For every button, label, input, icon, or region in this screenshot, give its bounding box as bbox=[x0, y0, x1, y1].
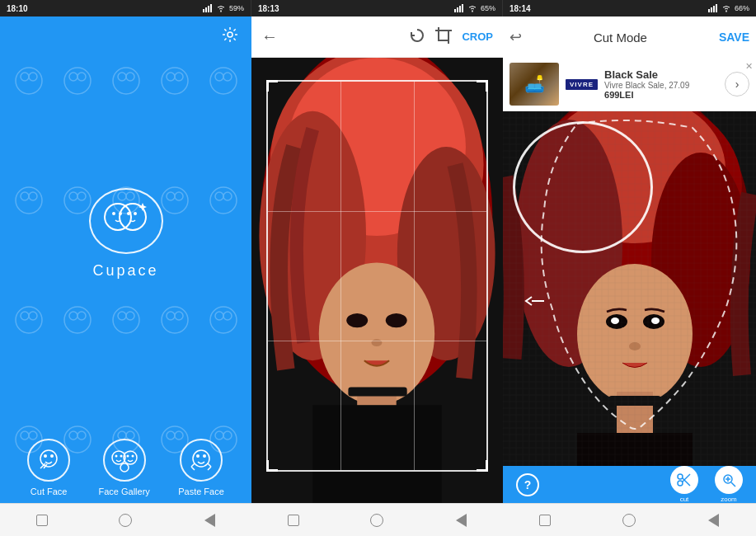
nav-square-icon-2 bbox=[288, 515, 299, 526]
svg-point-93 bbox=[203, 454, 206, 458]
ad-arrow-button[interactable]: › bbox=[725, 72, 749, 96]
face-gallery-action[interactable]: Face Gallery bbox=[98, 439, 149, 496]
ad-close-btn[interactable]: ✕ bbox=[745, 61, 753, 72]
undo-button[interactable]: ↩ bbox=[509, 28, 522, 46]
ad-text-content: Black Sale Vivre Black Sale, 27.09 699LE… bbox=[604, 68, 718, 100]
save-button[interactable]: SAVE bbox=[719, 31, 749, 44]
signal-icon-3 bbox=[708, 4, 718, 12]
ad-subtitle: Vivre Black Sale, 27.09 bbox=[604, 81, 718, 90]
nav-back-btn-2[interactable] bbox=[451, 510, 471, 530]
svg-line-134 bbox=[731, 482, 735, 487]
svg-line-131 bbox=[683, 478, 691, 487]
nav-triangle-icon-3 bbox=[708, 514, 719, 527]
cut-face-action[interactable]: Cut Face bbox=[27, 439, 70, 496]
cutmode-toolbar: ↩ Cut Mode SAVE bbox=[503, 16, 756, 58]
svg-point-78 bbox=[134, 212, 137, 215]
svg-rect-11 bbox=[716, 4, 717, 12]
svg-point-77 bbox=[127, 212, 130, 215]
help-icon: ? bbox=[524, 478, 532, 491]
nav-square-btn-2[interactable] bbox=[284, 510, 303, 530]
cutmode-bottom-bar: ? cut bbox=[503, 466, 756, 503]
grid-h2 bbox=[268, 341, 486, 341]
zoom-action-label: zoom bbox=[721, 496, 737, 503]
ad-chevron-right-icon: › bbox=[735, 78, 740, 91]
svg-rect-4 bbox=[454, 9, 456, 12]
nav-circle-btn-3[interactable] bbox=[619, 510, 639, 530]
back-button[interactable]: ← bbox=[261, 27, 278, 46]
cut-face-label: Cut Face bbox=[31, 487, 68, 496]
panel-cutmode: ↩ Cut Mode SAVE ✕ 🛋️ VIVRE Black Sale Vi… bbox=[503, 16, 756, 536]
nav-back-btn-1[interactable] bbox=[200, 510, 219, 530]
nav-back-btn-3[interactable] bbox=[704, 510, 724, 530]
signal-icon-2 bbox=[454, 4, 464, 12]
nav-square-icon-3 bbox=[539, 515, 551, 526]
nav-circle-btn-1[interactable] bbox=[115, 510, 135, 530]
svg-rect-2 bbox=[208, 6, 209, 12]
panel-cupace: Cupace Cut Face bbox=[0, 16, 251, 536]
crop-overlay[interactable] bbox=[266, 80, 487, 472]
gear-icon bbox=[222, 26, 238, 43]
status-icons-panel1: 59% bbox=[203, 4, 244, 12]
nav-triangle-icon-2 bbox=[456, 514, 467, 527]
nav-square-btn-3[interactable] bbox=[535, 510, 555, 530]
svg-point-72 bbox=[228, 32, 232, 37]
battery-panel3: 66% bbox=[735, 4, 749, 12]
ad-banner: ✕ 🛋️ VIVRE Black Sale Vivre Black Sale, … bbox=[503, 58, 756, 111]
crop-image-area[interactable] bbox=[251, 58, 503, 503]
crop-toolbar: ← CROP bbox=[251, 16, 503, 58]
cut-face-icon bbox=[35, 447, 62, 473]
cutmode-bg bbox=[503, 111, 756, 466]
svg-point-76 bbox=[119, 212, 122, 215]
cupace-logo-area: Cupace bbox=[0, 55, 251, 429]
cut-action-label: cut bbox=[680, 496, 689, 503]
cutmode-image-area[interactable] bbox=[503, 111, 756, 466]
corner-tl bbox=[266, 80, 278, 92]
grid-v2 bbox=[414, 82, 415, 470]
crop-tool-icon bbox=[435, 27, 452, 44]
nav-circle-btn-2[interactable] bbox=[367, 510, 387, 530]
undo-icon: ↩ bbox=[509, 29, 522, 45]
ad-brand-name: VIVRE bbox=[566, 79, 598, 90]
cut-face-icon-circle bbox=[27, 439, 70, 482]
nav-circle-icon bbox=[119, 514, 132, 527]
svg-point-88 bbox=[126, 455, 129, 458]
zoom-icon bbox=[721, 473, 736, 487]
status-bar-panel1: 18:10 59% bbox=[0, 0, 251, 16]
svg-point-86 bbox=[115, 455, 117, 458]
status-icons-panel3: 66% bbox=[708, 4, 749, 12]
face-gallery-icon-circle bbox=[103, 439, 146, 482]
cutmode-title: Cut Mode bbox=[594, 31, 647, 45]
wifi-icon bbox=[216, 4, 226, 12]
corner-tr bbox=[477, 80, 488, 92]
corner-br bbox=[477, 460, 488, 472]
svg-rect-7 bbox=[462, 4, 463, 12]
svg-point-90 bbox=[120, 463, 129, 472]
svg-point-87 bbox=[120, 455, 122, 458]
paste-face-action[interactable]: Paste Face bbox=[178, 439, 224, 496]
crop-tool-button[interactable] bbox=[435, 27, 452, 46]
cupace-logo-svg bbox=[101, 199, 151, 244]
corner-bl bbox=[266, 460, 278, 472]
cupace-header bbox=[0, 16, 251, 55]
svg-rect-6 bbox=[459, 6, 461, 12]
settings-button[interactable] bbox=[218, 23, 242, 49]
cupace-actions: Cut Face bbox=[0, 429, 251, 503]
svg-point-91 bbox=[193, 450, 209, 467]
svg-rect-8 bbox=[708, 9, 710, 12]
save-label: SAVE bbox=[719, 31, 749, 44]
nav-bar-panel3 bbox=[503, 503, 756, 536]
refresh-button[interactable] bbox=[409, 27, 425, 46]
paste-face-icon-circle bbox=[180, 439, 223, 482]
help-button[interactable]: ? bbox=[516, 473, 539, 496]
zoom-action[interactable]: zoom bbox=[715, 466, 743, 503]
cut-action[interactable]: cut bbox=[670, 466, 698, 503]
status-icons-panel2: 65% bbox=[454, 4, 495, 12]
cupace-app-name: Cupace bbox=[92, 262, 158, 280]
nav-square-btn-1[interactable] bbox=[32, 510, 52, 530]
svg-point-89 bbox=[131, 455, 134, 458]
crop-label: CROP bbox=[462, 31, 493, 43]
face-gallery-label: Face Gallery bbox=[98, 487, 149, 496]
nav-circle-icon-3 bbox=[622, 514, 636, 527]
nav-square-icon bbox=[36, 515, 48, 526]
grid-v1 bbox=[340, 82, 341, 470]
